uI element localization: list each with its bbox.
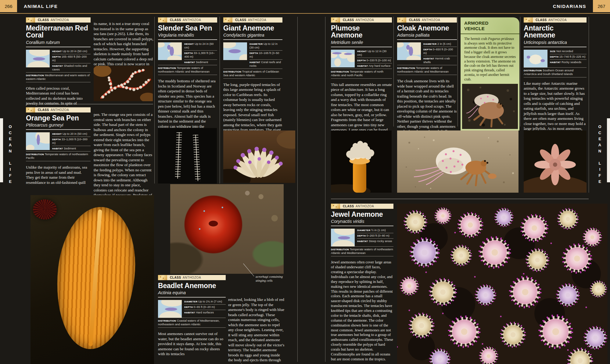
class-bar: CLASS ANTHOZOA (397, 17, 457, 23)
entry-body: Often called precious coral, Mediterrane… (26, 86, 91, 106)
giant-anemone-illustration (223, 130, 295, 183)
section-edge-tab (0, 118, 3, 182)
entry-species: Corallium rubrum (26, 40, 91, 47)
distribution-row: DISTRIBUTION Coastal waters of Mediterra… (158, 318, 226, 328)
class-bar: CLASS ANTHOZOA (158, 17, 217, 23)
fact-panel: DIAMETER Up to 2¾ in (7 cm) DEPTH 0–65 f… (158, 299, 226, 318)
class-value: ANTHOZOA (548, 18, 567, 22)
distribution-map (397, 42, 421, 60)
coral-thumbnail-icon (158, 275, 167, 280)
feature-box-title: ARMORED VEHICLE (461, 17, 501, 34)
antarctic-anemone-photo (524, 130, 587, 193)
distribution-row: DISTRIBUTION Tropical waters of Caribbea… (223, 69, 282, 79)
page-number-right: 267 (593, 0, 610, 12)
class-bar: CLASS ANTHOZOA (223, 17, 282, 23)
cloak-anemone-hermit-crab-photo (397, 130, 518, 193)
red-coral-illustration (94, 66, 153, 101)
class-value: ANTHOZOA (183, 18, 201, 22)
coral-thumbnail-icon (158, 17, 167, 23)
coral-thumbnail-icon (26, 17, 35, 23)
divider (0, 13, 610, 14)
jewel-anemone-photo (397, 204, 608, 364)
entry-body: The muddy bottoms of sheltered sea lochs… (158, 79, 217, 134)
fact-row: HABITAT Hermit crab shells (423, 56, 457, 65)
fact-row: DEPTH 0–260 ft (0–80 m) (357, 233, 393, 239)
sea-pen-illustration (50, 203, 142, 353)
fact-panel: DIAMETER 2 in (5 cm) DEPTH 0–650 ft (0–2… (397, 41, 457, 65)
class-value: ANTHOZOA (51, 18, 69, 22)
distribution-map (331, 229, 355, 246)
distribution-row: DISTRIBUTION Temperate waters of northea… (26, 151, 91, 161)
species-entry-beadlet-anemone: CLASS ANTHOZOA Beadlet Anemone Actinia e… (158, 275, 226, 361)
photo-annotation: acrorhagi containing stinging cells (256, 275, 286, 283)
divider (331, 199, 589, 199)
divider (154, 17, 155, 184)
class-label: CLASS (343, 18, 354, 22)
class-label: CLASS (343, 205, 354, 208)
hermit-crab-closeup-photo (462, 84, 518, 129)
fact-row: DIAMETER Up to 2¾ in (7 cm) (184, 299, 226, 305)
fact-row: DEPTH 0–330 ft (0–100 m) (357, 58, 392, 63)
class-label: CLASS (235, 18, 246, 22)
species-entry-mediterranean-red-coral: CLASS ANTHOZOA Mediterranean Red Coral C… (26, 17, 91, 110)
running-head-right: CNIDARIANS (553, 0, 586, 12)
fact-row: HABITAT Coral reefs and rocks (249, 60, 282, 69)
distribution-map (158, 42, 182, 60)
class-label: CLASS (38, 18, 49, 22)
jewel-anemone-field-illustration (397, 204, 608, 364)
class-bar: CLASS ANTHOZOA (331, 204, 393, 209)
section-tab-label: OCEAN LIFE (597, 124, 602, 185)
fact-row: DIAMETER 2 in (5 cm) (423, 41, 457, 47)
species-entry-cloak-anemone: CLASS ANTHOZOA Cloak Anemone Adamsia pal… (397, 17, 457, 148)
class-value: ANTHOZOA (183, 276, 201, 279)
class-bar: CLASS ANTHOZOA (26, 107, 91, 112)
sea-urchin-illustration (33, 199, 57, 219)
beadlet-anemone-photo (170, 184, 284, 274)
fact-row: HABITAT Shaded rocks and caves (52, 63, 91, 72)
fact-row: HABITAT Any hard surface (357, 63, 392, 69)
running-head-left: ANIMAL LIFE (24, 0, 58, 12)
entry-species: Urticinopsis antarctica (524, 40, 587, 47)
entry-title: Orange Sea Pen (26, 115, 91, 122)
entry-species: Metridium senile (331, 40, 392, 47)
fact-row: DEPTH 165–650 ft (50–200 m) (52, 54, 91, 63)
coral-thumbnail-icon (331, 204, 340, 209)
entry-body: Unlike the majority of anthozoans, sea p… (26, 165, 91, 185)
species-entry-slender-sea-pen: CLASS ANTHOZOA Slender Sea Pen Virgulari… (158, 17, 217, 138)
class-value: ANTHOZOA (51, 108, 69, 112)
entry-body: Jewel anemones often cover large areas o… (331, 260, 393, 362)
entry-title: Cloak Anemone (397, 25, 457, 32)
species-name-italic: Pagurus prideaux (488, 37, 514, 41)
plumose-anemone-photo (331, 130, 392, 193)
class-bar: CLASS ANTHOZOA (26, 17, 91, 23)
entry-species: Corynactis viridis (331, 219, 393, 226)
fact-row: DEPTH 33–1,000 ft (10–300 m) (52, 137, 91, 146)
distribution-row: DISTRIBUTION Temperate waters of northea… (331, 246, 393, 256)
species-entry-orange-sea-pen: CLASS ANTHOZOA Orange Sea Pen Ptilosarcu… (26, 107, 91, 189)
entry-title: Jewel Anemone (331, 211, 393, 218)
divider (589, 17, 589, 193)
entry-title: Mediterranean Red Coral (26, 25, 91, 39)
entry-title: Slender Sea Pen (158, 25, 217, 32)
class-label: CLASS (170, 18, 181, 22)
fact-row: HABITAT Sediment (52, 146, 91, 151)
fact-row: HEIGHT Up to 20 in (50 cm) (52, 131, 91, 137)
entry-title: Plumose Anemone (331, 25, 392, 39)
distribution-map (223, 42, 247, 60)
class-bar: CLASS ANTHOZOA (331, 17, 392, 23)
fact-panel: HEIGHT Up to 24 in (60 cm) DEPTH 33–1,30… (158, 41, 217, 65)
entry-species: Virgularia mirabilis (158, 33, 217, 40)
distribution-row: DISTRIBUTION Temperate waters of northea… (397, 65, 457, 75)
divider (520, 17, 520, 127)
distribution-map (524, 50, 547, 67)
class-label: CLASS (409, 18, 420, 22)
fact-panel: SIZE Not recorded DEPTH 15–740 ft (5–225… (524, 49, 587, 67)
fact-row: HEIGHT Up to 12 in (30 cm) (357, 49, 392, 58)
divider (458, 17, 458, 127)
class-label: CLASS (536, 18, 547, 22)
entry-species: Adamsia palliata (397, 33, 457, 40)
distribution-row: DISTRIBUTION Temperate waters of north A… (331, 69, 392, 79)
hermit-crab-closeup-illustration (462, 84, 518, 129)
entry-body: Most anemones cannot survive out of wate… (158, 331, 226, 357)
entry-body-continued: pen. The orange sea pen consists of a ce… (94, 112, 153, 208)
